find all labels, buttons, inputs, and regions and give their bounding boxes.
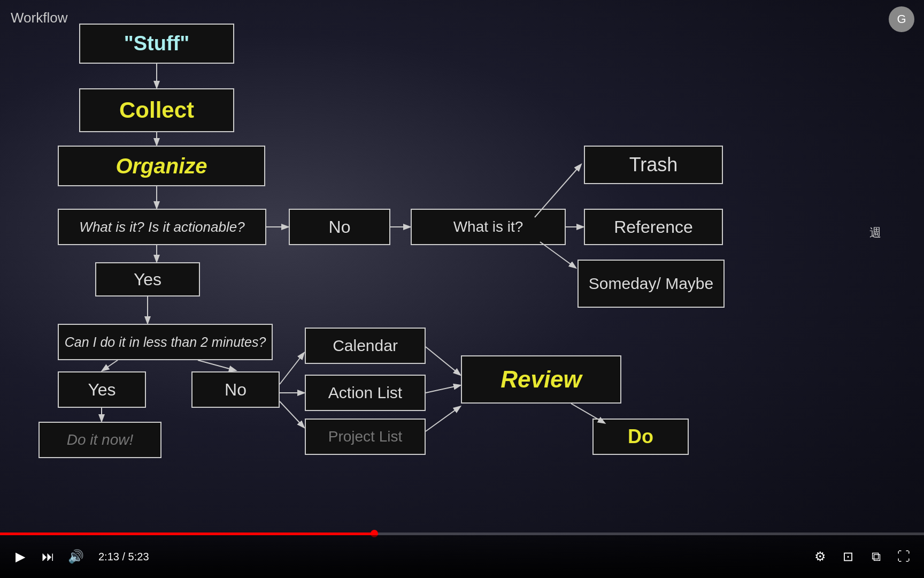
svg-line-8 xyxy=(540,242,575,268)
box-reference: Reference xyxy=(584,209,723,245)
box-stuff: "Stuff" xyxy=(79,24,234,64)
svg-line-14 xyxy=(280,401,304,427)
captions-button[interactable]: ⊡ xyxy=(838,547,858,566)
flowchart: "Stuff" Collect Organize What is it? Is … xyxy=(0,0,924,535)
box-trash: Trash xyxy=(584,146,723,184)
box-someday: Someday/ Maybe xyxy=(578,260,725,308)
box-project-list: Project List xyxy=(305,419,426,455)
miniplayer-button[interactable]: ⧉ xyxy=(866,547,886,566)
right-controls: ⚙ ⊡ ⧉ ⛶ xyxy=(811,547,913,566)
box-action-list: Action List xyxy=(305,375,426,411)
jp-hint: 週 xyxy=(869,225,881,241)
box-do-it-now: Do it now! xyxy=(38,422,161,458)
video-container: Workflow G "Stuff" Collect Organize What… xyxy=(0,0,924,578)
volume-button[interactable]: 🔊 xyxy=(66,547,86,566)
box-no-2: No xyxy=(191,371,280,408)
time-display: 2:13 / 5:23 xyxy=(98,551,149,563)
svg-line-15 xyxy=(426,347,460,375)
box-collect: Collect xyxy=(79,88,234,132)
svg-line-16 xyxy=(426,385,460,393)
box-yes-1: Yes xyxy=(95,262,200,296)
box-do: Do xyxy=(592,419,689,455)
box-actionable: What is it? Is it actionable? xyxy=(58,209,266,245)
play-pause-button[interactable]: ▶ xyxy=(11,547,30,566)
box-review: Review xyxy=(461,355,621,404)
svg-line-12 xyxy=(280,353,304,384)
fullscreen-button[interactable]: ⛶ xyxy=(894,547,913,566)
box-organize: Organize xyxy=(58,146,265,186)
next-button[interactable]: ⏭ xyxy=(38,547,58,566)
box-no-1: No xyxy=(289,209,390,245)
svg-line-10 xyxy=(103,360,118,370)
svg-line-11 xyxy=(198,360,235,370)
settings-button[interactable]: ⚙ xyxy=(811,547,830,566)
box-yes-2: Yes xyxy=(58,371,146,408)
svg-line-17 xyxy=(426,407,460,431)
box-2min: Can I do it in less than 2 minutes? xyxy=(58,324,273,360)
controls-bar: ▶ ⏭ 🔊 2:13 / 5:23 ⚙ ⊡ ⧉ ⛶ xyxy=(0,535,924,578)
box-what-is-it: What is it? xyxy=(411,209,566,245)
box-calendar: Calendar xyxy=(305,328,426,364)
